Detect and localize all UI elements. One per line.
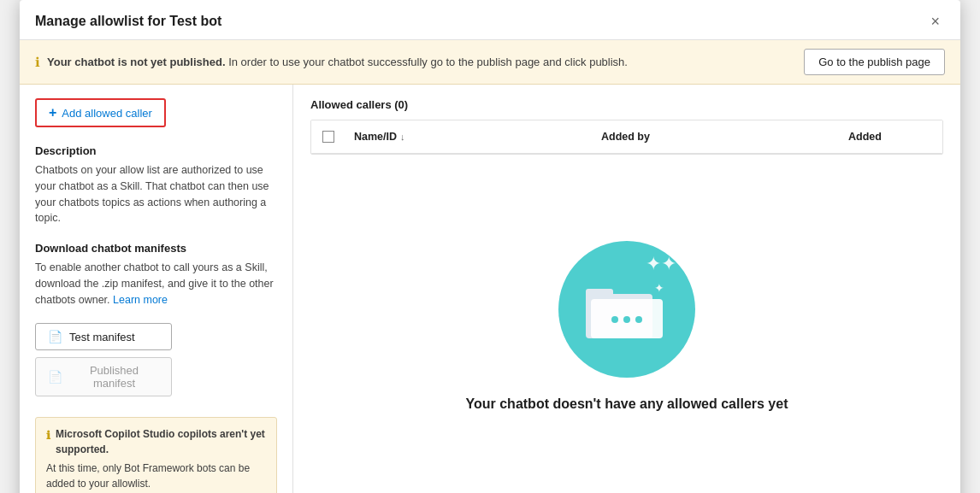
warning-box-text: At this time, only Bot Framework bots ca… — [46, 462, 250, 490]
learn-more-link[interactable]: Learn more — [113, 294, 168, 306]
warning-banner-strong: Your chatbot is not yet published. — [47, 56, 226, 68]
modal-header: Manage allowlist for Test bot × — [20, 0, 960, 40]
table-header: Name/ID ↓ Added by Added — [311, 120, 942, 154]
svg-point-3 — [611, 316, 618, 323]
warning-info-icon: ℹ — [35, 55, 40, 70]
warning-banner-content: ℹ Your chatbot is not yet published. In … — [35, 55, 628, 70]
table-col-name-label: Name/ID — [354, 131, 397, 143]
go-to-publish-button[interactable]: Go to the publish page — [804, 49, 945, 75]
plus-icon: + — [49, 105, 56, 120]
callers-table: Name/ID ↓ Added by Added — [310, 120, 943, 155]
warning-banner: ℹ Your chatbot is not yet published. In … — [20, 40, 960, 85]
file-icon-test: 📄 — [48, 330, 62, 343]
svg-point-5 — [635, 316, 642, 323]
sparkles-icon: ✦✦✦ — [646, 253, 676, 297]
add-allowed-caller-button[interactable]: + Add allowed caller — [35, 98, 166, 127]
left-panel: + Add allowed caller Description Chatbot… — [20, 85, 293, 493]
warning-banner-text: Your chatbot is not yet published. In or… — [47, 56, 628, 68]
file-icon-published: 📄 — [48, 370, 62, 384]
table-col-name: Name/ID ↓ — [345, 127, 593, 146]
test-manifest-button[interactable]: 📄 Test manifest — [35, 323, 172, 350]
table-col-added-by-label: Added by — [601, 131, 650, 143]
description-title: Description — [35, 144, 277, 157]
empty-state-text: Your chatbot doesn't have any allowed ca… — [466, 395, 788, 414]
close-button[interactable]: × — [925, 12, 945, 31]
svg-point-4 — [623, 316, 630, 323]
add-caller-label: Add allowed caller — [62, 107, 152, 120]
warning-box-title-text: Microsoft Copilot Studio copilots aren't… — [56, 426, 266, 457]
empty-state-icon: ✦✦✦ — [558, 241, 695, 378]
sort-icon: ↓ — [400, 132, 405, 142]
table-checkbox-header — [311, 127, 345, 146]
warning-box: ℹ Microsoft Copilot Studio copilots aren… — [35, 417, 277, 493]
warning-banner-rest: In order to use your chatbot successfull… — [228, 56, 628, 68]
download-title: Download chatbot manifests — [35, 242, 277, 255]
modal-body: + Add allowed caller Description Chatbot… — [20, 85, 960, 493]
warning-box-title-row: ℹ Microsoft Copilot Studio copilots aren… — [46, 426, 266, 457]
published-manifest-label: Published manifest — [69, 364, 159, 390]
modal: Manage allowlist for Test bot × ℹ Your c… — [20, 0, 960, 493]
warning-box-icon: ℹ — [46, 427, 50, 444]
download-desc: To enable another chatbot to call yours … — [35, 260, 277, 308]
callers-header: Allowed callers (0) — [310, 98, 943, 111]
table-col-added-label: Added — [848, 131, 882, 143]
right-panel: Allowed callers (0) Name/ID ↓ Added by A… — [293, 85, 960, 493]
description-text: Chatbots on your allow list are authoriz… — [35, 162, 277, 226]
svg-rect-1 — [586, 289, 613, 299]
table-col-added: Added — [840, 127, 942, 146]
empty-state: ✦✦✦ Your chatbot doe — [310, 155, 943, 493]
modal-title: Manage allowlist for Test bot — [35, 14, 221, 29]
published-manifest-button[interactable]: 📄 Published manifest — [35, 357, 172, 396]
select-all-checkbox[interactable] — [322, 131, 334, 143]
test-manifest-label: Test manifest — [69, 331, 135, 343]
table-col-added-by: Added by — [593, 127, 840, 146]
